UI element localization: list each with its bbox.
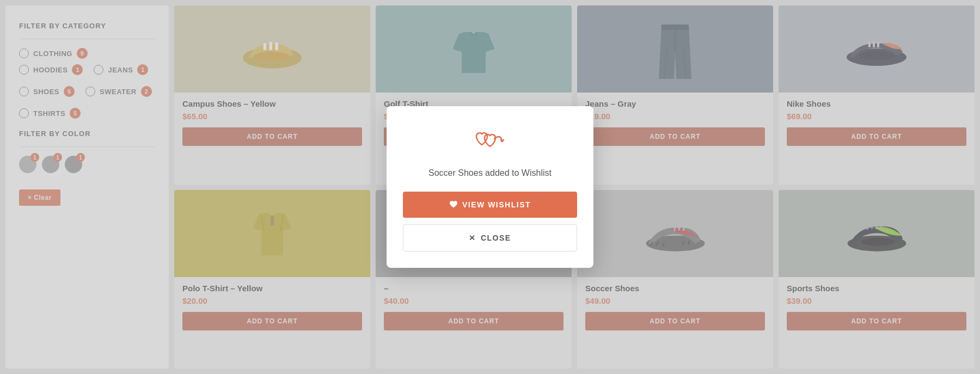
close-icon: ✕ — [469, 234, 476, 242]
close-modal-label: CLOSE — [481, 234, 511, 242]
wishlist-modal: Soccer Shoes added to Wishlist VIEW WISH… — [387, 106, 593, 268]
view-wishlist-label: VIEW WISHLIST — [462, 200, 531, 209]
heart-icon — [449, 201, 458, 209]
page-wrapper: FILTER BY CATEGORY CLOTHING 9 HOODIES 1 … — [0, 0, 980, 374]
view-wishlist-button[interactable]: VIEW WISHLIST — [403, 192, 577, 218]
wishlist-icon — [474, 128, 506, 157]
close-modal-button[interactable]: ✕ CLOSE — [403, 224, 577, 252]
modal-overlay[interactable]: Soccer Shoes added to Wishlist VIEW WISH… — [0, 0, 980, 374]
modal-message: Soccer Shoes added to Wishlist — [428, 168, 552, 178]
